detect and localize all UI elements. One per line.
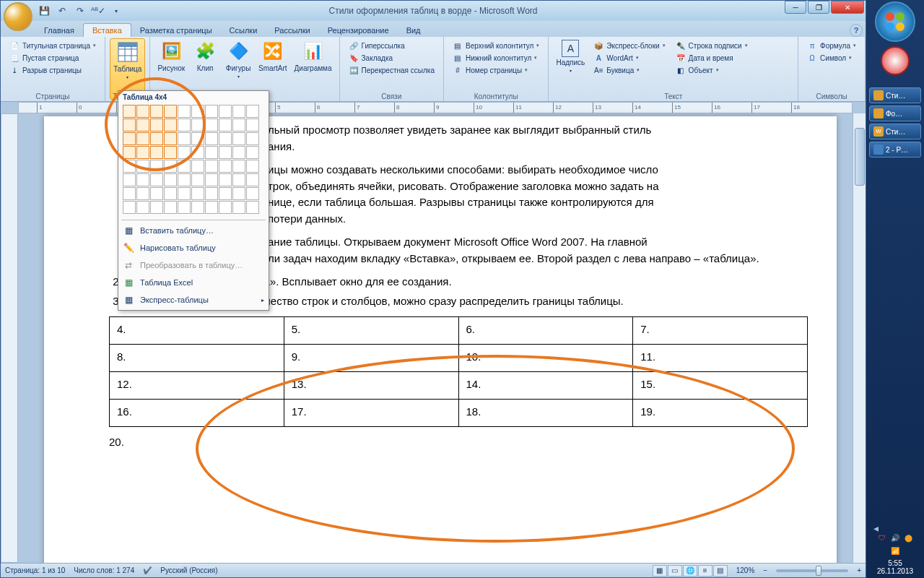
grid-cell[interactable] xyxy=(219,160,232,173)
start-button[interactable] xyxy=(875,1,915,42)
grid-cell[interactable] xyxy=(178,160,191,173)
grid-cell[interactable] xyxy=(150,132,163,145)
grid-cell[interactable] xyxy=(232,105,245,118)
grid-cell[interactable] xyxy=(246,187,259,200)
table-cell[interactable]: 10. xyxy=(458,345,633,372)
grid-cell[interactable] xyxy=(191,146,204,159)
grid-cell[interactable] xyxy=(164,132,177,145)
table-cell[interactable]: 17. xyxy=(284,400,458,427)
grid-cell[interactable] xyxy=(191,187,204,200)
grid-cell[interactable] xyxy=(232,187,245,200)
grid-cell[interactable] xyxy=(164,118,177,131)
office-button[interactable] xyxy=(4,2,32,31)
grid-cell[interactable] xyxy=(219,187,232,200)
pagenum-button[interactable]: #Номер страницы▾ xyxy=(450,64,543,76)
grid-cell[interactable] xyxy=(178,118,191,131)
grid-cell[interactable] xyxy=(123,160,136,173)
grid-cell[interactable] xyxy=(136,132,149,145)
quickparts-button[interactable]: 📦Экспресс-блоки▾ xyxy=(590,40,668,51)
tray-date[interactable]: 26.11.2013 xyxy=(869,567,921,575)
grid-cell[interactable] xyxy=(191,173,204,186)
excel-table-item[interactable]: ▦Таблица Excel xyxy=(118,274,269,291)
grid-cell[interactable] xyxy=(246,201,259,214)
tray-network-icon[interactable]: 📶 xyxy=(890,547,900,557)
grid-cell[interactable] xyxy=(164,187,177,200)
tray-arrow-icon[interactable]: ◂ xyxy=(869,522,921,534)
view-fullscreen[interactable]: ▭ xyxy=(668,565,682,577)
grid-cell[interactable] xyxy=(205,146,218,159)
grid-cell[interactable] xyxy=(123,132,136,145)
table-size-grid[interactable] xyxy=(118,103,269,218)
grid-cell[interactable] xyxy=(219,105,232,118)
vertical-ruler[interactable] xyxy=(1,113,18,563)
grid-cell[interactable] xyxy=(150,201,163,214)
grid-cell[interactable] xyxy=(219,201,232,214)
task-item[interactable]: WСти… xyxy=(869,124,921,139)
scrollbar-thumb[interactable] xyxy=(855,128,865,186)
datetime-button[interactable]: 📅Дата и время xyxy=(673,52,751,64)
grid-cell[interactable] xyxy=(123,173,136,186)
object-button[interactable]: ◧Объект▾ xyxy=(673,64,751,76)
grid-cell[interactable] xyxy=(136,160,149,173)
grid-cell[interactable] xyxy=(232,118,245,131)
view-web[interactable]: 🌐 xyxy=(683,565,697,577)
bookmark-button[interactable]: 🔖Закладка xyxy=(346,52,437,64)
tray-security-icon[interactable]: 🛡 xyxy=(877,534,887,544)
grid-cell[interactable] xyxy=(150,160,163,173)
grid-cell[interactable] xyxy=(205,173,218,186)
grid-cell[interactable] xyxy=(150,187,163,200)
grid-cell[interactable] xyxy=(136,201,149,214)
table-cell[interactable]: 11. xyxy=(633,345,808,372)
grid-cell[interactable] xyxy=(205,187,218,200)
table-cell[interactable]: 4. xyxy=(110,317,284,345)
grid-cell[interactable] xyxy=(123,187,136,200)
grid-cell[interactable] xyxy=(150,146,163,159)
grid-cell[interactable] xyxy=(232,146,245,159)
grid-cell[interactable] xyxy=(246,132,259,145)
status-language[interactable]: Русский (Россия) xyxy=(160,566,217,574)
grid-cell[interactable] xyxy=(232,160,245,173)
quick-tables-item[interactable]: ▦Экспресс-таблицы▸ xyxy=(118,291,269,309)
table-cell[interactable]: 12. xyxy=(110,372,284,400)
help-button[interactable]: ? xyxy=(850,24,863,37)
crossref-button[interactable]: ↔️Перекрестная ссылка xyxy=(346,64,437,76)
grid-cell[interactable] xyxy=(164,160,177,173)
sigline-button[interactable]: ✒️Строка подписи▾ xyxy=(673,40,751,51)
grid-cell[interactable] xyxy=(123,146,136,159)
tray-time[interactable]: 5:55 xyxy=(869,559,921,567)
table-cell[interactable]: 9. xyxy=(284,345,458,372)
zoom-in[interactable]: + xyxy=(857,566,861,574)
status-page[interactable]: Страница: 1 из 10 xyxy=(5,566,65,574)
textbox-button[interactable]: AНадпись▾ xyxy=(553,38,588,100)
view-print-layout[interactable]: ▦ xyxy=(653,565,667,577)
grid-cell[interactable] xyxy=(191,160,204,173)
qat-spellcheck[interactable]: ᴬᴮ✓ xyxy=(90,3,106,19)
close-button[interactable]: ✕ xyxy=(831,1,864,14)
cover-page-button[interactable]: 📄Титульная страница▾ xyxy=(6,40,99,51)
grid-cell[interactable] xyxy=(246,173,259,186)
grid-cell[interactable] xyxy=(191,201,204,214)
view-draft[interactable]: ▤ xyxy=(713,565,728,577)
grid-cell[interactable] xyxy=(205,132,218,145)
grid-cell[interactable] xyxy=(164,173,177,186)
grid-cell[interactable] xyxy=(136,118,149,131)
table-cell[interactable]: 19. xyxy=(633,400,808,427)
header-button[interactable]: ▤Верхний колонтитул▾ xyxy=(450,40,543,51)
blank-page-button[interactable]: 📃Пустая страница xyxy=(6,52,99,64)
grid-cell[interactable] xyxy=(246,105,259,118)
grid-cell[interactable] xyxy=(178,201,191,214)
tab-layout[interactable]: Разметка страницы xyxy=(131,24,221,37)
grid-cell[interactable] xyxy=(205,118,218,131)
status-zoom[interactable]: 120% xyxy=(736,566,755,574)
table-cell[interactable]: 18. xyxy=(458,400,633,427)
grid-cell[interactable] xyxy=(150,118,163,131)
grid-cell[interactable] xyxy=(246,118,259,131)
task-item[interactable]: Сти… xyxy=(869,87,921,103)
tab-insert[interactable]: Вставка xyxy=(83,23,131,37)
grid-cell[interactable] xyxy=(150,173,163,186)
grid-cell[interactable] xyxy=(164,146,177,159)
grid-cell[interactable] xyxy=(178,105,191,118)
table-cell[interactable]: 15. xyxy=(633,372,808,400)
task-item[interactable]: 2 - Р… xyxy=(869,142,921,158)
table-cell[interactable]: 14. xyxy=(458,372,633,400)
